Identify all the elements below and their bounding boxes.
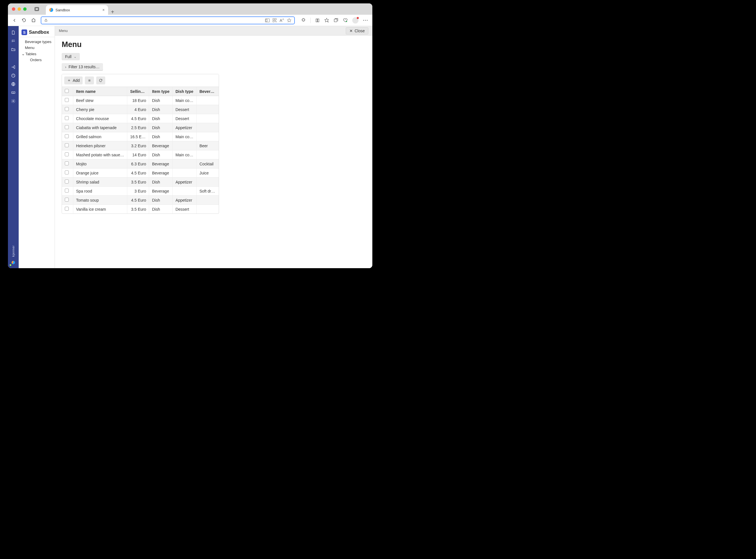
view-selector[interactable]: Full ⌄ [62, 53, 80, 60]
extensions-icon[interactable] [301, 18, 306, 23]
table-row[interactable]: Grilled salmon16.5 EuroDishMain course [62, 132, 219, 141]
col-item-type[interactable]: Item type [149, 87, 172, 96]
favorites-icon[interactable] [324, 18, 329, 23]
cell-dish-type: Main course [172, 150, 197, 159]
tab-close-icon[interactable]: × [102, 8, 105, 12]
book-icon[interactable] [315, 18, 320, 23]
filter-button[interactable]: › Filter 13 results… [62, 63, 103, 70]
table-toolbar: ＋ Add ≡ [62, 74, 219, 87]
nav-item-tables[interactable]: ⌄ Tables [19, 51, 55, 57]
list-options-button[interactable]: ≡ [85, 76, 94, 84]
svg-point-18 [13, 100, 14, 102]
text-size-icon[interactable]: AA [280, 18, 284, 23]
rail-checklist-icon[interactable] [8, 37, 19, 45]
row-checkbox[interactable] [62, 132, 73, 141]
star-icon-addr[interactable] [287, 18, 291, 23]
checkbox-icon [65, 98, 69, 102]
table-row[interactable]: Mojito6.3 EuroBeverageCocktail [62, 159, 219, 169]
browser-tab[interactable]: Sandbox × [46, 5, 108, 15]
row-checkbox[interactable] [62, 178, 73, 187]
col-item-name[interactable]: Item name [73, 87, 127, 96]
row-checkbox[interactable] [62, 205, 73, 214]
table-row[interactable]: Shrimp salad3.5 EuroDishAppetizer [62, 178, 219, 187]
profile-avatar[interactable] [352, 17, 358, 23]
cell-item-name: Beef stew [73, 96, 127, 105]
table-row[interactable]: Orange juice4.5 EuroBeverageJuice [62, 169, 219, 178]
more-icon[interactable]: ··· [363, 18, 369, 23]
cell-beverage-type [196, 196, 219, 205]
rail-folder-icon[interactable] [8, 45, 19, 54]
table-row[interactable]: Cherry pie4 EuroDishDessert [62, 105, 219, 114]
checkbox-icon [65, 198, 69, 202]
add-button[interactable]: ＋ Add [64, 76, 82, 84]
row-checkbox[interactable] [62, 169, 73, 178]
rail-brand: kjerner [11, 245, 15, 257]
cell-beverage-type: Beer [196, 141, 219, 150]
checkbox-icon [65, 143, 69, 147]
heart-icon[interactable] [343, 18, 348, 23]
rail-keyboard-icon[interactable] [8, 88, 19, 97]
nav-item-orders[interactable]: Orders [19, 57, 55, 63]
table-row[interactable]: Ciabatta with tapenade2.5 EuroDishAppeti… [62, 123, 219, 132]
cell-beverage-type: Soft drink [196, 187, 219, 196]
row-checkbox[interactable] [62, 96, 73, 105]
checkbox-icon [65, 152, 69, 156]
app-rail: kjerner [8, 26, 19, 268]
nav-item-menu[interactable]: Menu [19, 45, 55, 51]
table-row[interactable]: Vanilla ice cream3.5 EuroDishDessert [62, 205, 219, 214]
nav-item-tables-label: Tables [25, 52, 37, 56]
home-button[interactable] [31, 18, 37, 23]
reload-button[interactable] [22, 18, 27, 23]
table-row[interactable]: Spa rood3 EuroBeverageSoft drink [62, 187, 219, 196]
back-button[interactable] [12, 18, 18, 23]
close-icon: ✕ [349, 29, 353, 33]
cell-beverage-type [196, 96, 219, 105]
collections-icon[interactable] [334, 18, 338, 23]
col-beverage-type[interactable]: Beverage ty [196, 87, 219, 96]
qr-icon[interactable] [273, 18, 277, 22]
rail-login-icon[interactable] [8, 63, 19, 71]
table-row[interactable]: Mashed potato with sauerkraut14 EuroDish… [62, 150, 219, 159]
table-row[interactable]: Tomato soup4.5 EuroDishAppetizer [62, 196, 219, 205]
rail-document-icon[interactable] [8, 28, 19, 37]
address-bar[interactable]: AA [41, 17, 295, 24]
svg-point-11 [346, 21, 347, 22]
new-tab-button[interactable]: + [111, 9, 114, 15]
close-button[interactable]: ✕ Close [346, 27, 369, 35]
row-checkbox[interactable] [62, 187, 73, 196]
row-checkbox[interactable] [62, 105, 73, 114]
rail-palette-icon[interactable] [8, 71, 19, 80]
cell-item-type: Dish [149, 132, 172, 141]
rail-globe-icon[interactable] [8, 80, 19, 88]
cell-item-name: Chocolate mousse [73, 114, 127, 123]
row-checkbox[interactable] [62, 114, 73, 123]
sync-icon [99, 79, 103, 83]
cell-item-name: Tomato soup [73, 196, 127, 205]
svg-point-14 [13, 74, 14, 75]
cell-beverage-type [196, 132, 219, 141]
rail-settings-icon[interactable] [8, 97, 19, 105]
row-checkbox[interactable] [62, 159, 73, 169]
window-maximize-button[interactable] [23, 7, 27, 11]
plus-icon: ＋ [67, 78, 71, 83]
table-row[interactable]: Chocolate mousse4.5 EuroDishDessert [62, 114, 219, 123]
reader-icon[interactable] [265, 18, 269, 22]
select-all-header[interactable] [62, 87, 73, 96]
row-checkbox[interactable] [62, 123, 73, 132]
row-checkbox[interactable] [62, 196, 73, 205]
table-header-row: Item name Selling price Item type Dish t… [62, 87, 219, 96]
col-selling-price[interactable]: Selling price [127, 87, 149, 96]
sync-button[interactable] [96, 76, 105, 84]
window-minimize-button[interactable] [18, 7, 21, 11]
table-row[interactable]: Heineken pilsner3.2 EuroBeverageBeer [62, 141, 219, 150]
nav-item-beverage-types[interactable]: Beverage types [19, 39, 55, 45]
tab-overview-icon[interactable] [34, 7, 39, 11]
cell-beverage-type [196, 114, 219, 123]
window-close-button[interactable] [12, 7, 15, 11]
cell-dish-type: Appetizer [172, 123, 197, 132]
row-checkbox[interactable] [62, 150, 73, 159]
titlebar: Sandbox × + [8, 3, 372, 15]
row-checkbox[interactable] [62, 141, 73, 150]
col-dish-type[interactable]: Dish type [172, 87, 197, 96]
table-row[interactable]: Beef stew18 EuroDishMain course [62, 96, 219, 105]
